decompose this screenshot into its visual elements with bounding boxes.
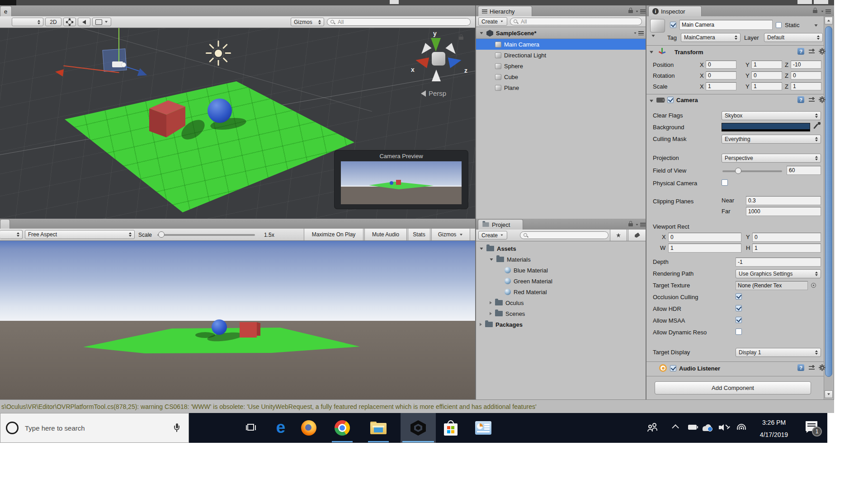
- target-texture-field[interactable]: None (Render Tex: [736, 281, 808, 290]
- display-dropdown-stub[interactable]: [0, 230, 23, 239]
- project-create-dropdown[interactable]: Create: [478, 231, 507, 239]
- hierarchy-item-directional-light[interactable]: Directional Light: [476, 50, 646, 61]
- viewport-y-field[interactable]: 0: [752, 233, 821, 242]
- foldout-closed-icon[interactable]: [490, 301, 492, 305]
- foldout-closed-icon[interactable]: [490, 312, 492, 315]
- mute-audio-button[interactable]: Mute Audio: [364, 229, 407, 240]
- project-menu-icon[interactable]: [635, 223, 646, 227]
- foldout-closed-icon[interactable]: [480, 323, 482, 326]
- preset-icon[interactable]: [809, 97, 815, 103]
- gizmos-dropdown[interactable]: Gizmos: [291, 18, 324, 26]
- help-icon[interactable]: ?: [797, 364, 804, 371]
- transform-foldout-icon[interactable]: [650, 51, 653, 54]
- hierarchy-item-sphere[interactable]: Sphere: [476, 61, 646, 71]
- console-status-bar[interactable]: s\Oculus\VR\Editor\OVRPlatformTool.cs(87…: [0, 399, 834, 413]
- project-item-packages[interactable]: Packages: [476, 319, 646, 330]
- task-view-button[interactable]: [237, 413, 265, 443]
- tag-dropdown[interactable]: MainCamera: [681, 33, 741, 42]
- help-icon[interactable]: ?: [797, 96, 804, 103]
- hierarchy-lock-icon[interactable]: [628, 8, 633, 13]
- tab-inspector[interactable]: i Inspector: [648, 6, 702, 16]
- taskbar-store[interactable]: [437, 413, 465, 443]
- camera-foldout-icon[interactable]: [650, 100, 653, 103]
- projection-dropdown[interactable]: Perspective: [722, 154, 821, 163]
- fov-slider-knob[interactable]: [735, 168, 741, 174]
- panel-divider[interactable]: [475, 5, 476, 399]
- allow-hdr-checkbox[interactable]: [736, 305, 742, 311]
- scroll-up-button[interactable]: [825, 17, 833, 24]
- scale-z-field[interactable]: 1: [791, 82, 821, 90]
- allow-msaa-checkbox[interactable]: [736, 317, 742, 323]
- physical-camera-checkbox[interactable]: [722, 179, 728, 186]
- fov-slider-track[interactable]: [722, 170, 782, 172]
- fov-field[interactable]: 60: [787, 166, 821, 175]
- people-icon[interactable]: [647, 422, 658, 433]
- gear-icon[interactable]: [820, 98, 824, 102]
- foldout-open-icon[interactable]: [480, 248, 483, 250]
- position-x-field[interactable]: 0: [706, 61, 736, 69]
- scene-menu-icon[interactable]: [633, 31, 646, 35]
- sphere-object[interactable]: [208, 99, 232, 123]
- taskbar-unity-active[interactable]: [401, 413, 436, 443]
- static-checkbox[interactable]: [776, 22, 782, 28]
- onedrive-icon[interactable]: [702, 424, 713, 431]
- gameobject-foldout-icon[interactable]: [652, 35, 655, 37]
- audio-listener-enabled-checkbox[interactable]: [670, 365, 676, 371]
- taskbar-office[interactable]: [469, 413, 497, 443]
- project-lock-icon[interactable]: [628, 221, 633, 226]
- project-item-materials[interactable]: Materials: [476, 254, 646, 265]
- preset-icon[interactable]: [809, 365, 815, 371]
- scrollbar-thumb[interactable]: [825, 26, 832, 377]
- culling-mask-dropdown[interactable]: Everything: [722, 135, 821, 144]
- game-viewport[interactable]: [0, 241, 476, 399]
- gameobject-active-checkbox[interactable]: [670, 22, 676, 28]
- hierarchy-item-plane[interactable]: Plane: [476, 82, 646, 93]
- foldout-open-icon[interactable]: [480, 32, 483, 34]
- rotation-z-field[interactable]: 0: [791, 71, 821, 80]
- tab-hierarchy[interactable]: Hierarchy: [478, 6, 532, 16]
- cortana-icon[interactable]: [6, 422, 19, 434]
- hierarchy-scene-row[interactable]: SampleScene*: [476, 28, 646, 39]
- help-icon[interactable]: ?: [797, 48, 804, 55]
- scroll-down-button[interactable]: [825, 390, 833, 398]
- position-y-field[interactable]: 1: [751, 61, 782, 69]
- persp-control[interactable]: Persp: [421, 89, 446, 97]
- project-item-oculus[interactable]: Oculus: [476, 297, 646, 308]
- layer-dropdown[interactable]: Default: [764, 33, 823, 42]
- viewport-x-field[interactable]: 0: [668, 233, 741, 242]
- taskbar-edge[interactable]: e: [267, 413, 295, 443]
- scene-viewport[interactable]: y x z Persp Camera Preview: [0, 28, 476, 219]
- preset-icon[interactable]: [809, 49, 815, 54]
- tab-scene-stub[interactable]: e: [0, 6, 12, 16]
- near-field[interactable]: 0.3: [746, 196, 821, 205]
- rotation-y-field[interactable]: 0: [751, 71, 782, 80]
- gizmo-y-cone[interactable]: [431, 38, 441, 52]
- taskbar-chrome[interactable]: [328, 413, 356, 443]
- taskbar-firefox[interactable]: [295, 413, 323, 443]
- project-search-input[interactable]: [520, 231, 609, 239]
- draw-mode-dropdown[interactable]: [12, 18, 43, 26]
- microphone-icon[interactable]: [173, 423, 180, 432]
- gameobject-icon-large[interactable]: [650, 19, 665, 33]
- allow-dynamic-reso-checkbox[interactable]: [736, 328, 742, 335]
- far-field[interactable]: 1000: [746, 207, 821, 216]
- scene-search-input[interactable]: All: [327, 18, 471, 26]
- taskbar-file-explorer[interactable]: [364, 413, 392, 443]
- lighting-toggle-button[interactable]: [63, 18, 76, 26]
- hierarchy-search-input[interactable]: All: [510, 18, 642, 25]
- game-gizmos-dropdown[interactable]: Gizmos: [431, 229, 470, 240]
- inspector-scrollbar[interactable]: [824, 16, 833, 399]
- tab-project[interactable]: Project: [478, 219, 523, 230]
- hierarchy-item-cube[interactable]: Cube: [476, 71, 646, 82]
- foldout-open-icon[interactable]: [490, 258, 493, 261]
- taskbar-search-box[interactable]: Type here to search: [0, 413, 189, 443]
- gameobject-name-field[interactable]: Main Camera: [679, 20, 773, 30]
- scale-x-field[interactable]: 1: [706, 82, 736, 90]
- project-item-green-material[interactable]: Green Material: [476, 276, 646, 286]
- clear-flags-dropdown[interactable]: Skybox: [722, 111, 821, 120]
- background-color-swatch[interactable]: [722, 123, 810, 131]
- cube-object[interactable]: [147, 99, 188, 139]
- gear-icon[interactable]: [820, 49, 824, 53]
- volume-muted-icon[interactable]: [719, 424, 730, 431]
- camera-enabled-checkbox[interactable]: [667, 97, 674, 103]
